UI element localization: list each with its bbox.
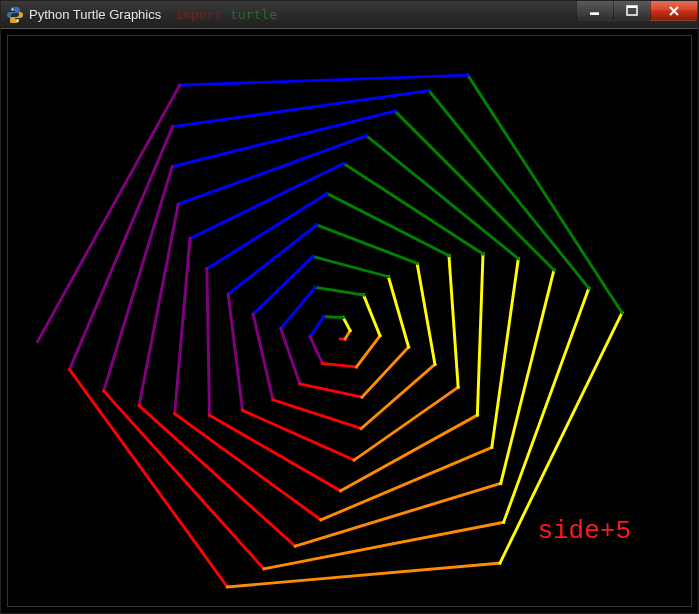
app-window: Python Turtle Graphics import turtle xyxy=(0,0,699,614)
svg-line-23 xyxy=(253,314,273,400)
svg-line-53 xyxy=(104,167,173,391)
svg-line-30 xyxy=(243,410,355,460)
close-button[interactable] xyxy=(650,1,698,21)
svg-line-46 xyxy=(178,136,366,205)
svg-line-18 xyxy=(300,384,362,397)
svg-line-13 xyxy=(356,336,380,367)
svg-line-31 xyxy=(354,387,458,460)
svg-line-26 xyxy=(417,263,435,364)
svg-line-38 xyxy=(477,254,483,415)
minimize-icon xyxy=(589,5,601,17)
svg-line-49 xyxy=(295,483,501,546)
svg-line-19 xyxy=(362,347,409,397)
svg-line-64 xyxy=(180,75,468,85)
svg-line-35 xyxy=(207,269,210,416)
svg-line-54 xyxy=(104,391,264,569)
svg-line-8 xyxy=(343,318,350,331)
svg-line-16 xyxy=(281,287,316,328)
maximize-icon xyxy=(626,5,638,17)
python-icon xyxy=(7,7,23,23)
svg-line-9 xyxy=(324,317,344,318)
svg-line-17 xyxy=(281,328,300,383)
svg-line-63 xyxy=(468,75,622,313)
close-icon xyxy=(668,5,680,17)
svg-line-11 xyxy=(310,337,322,364)
svg-line-60 xyxy=(69,370,227,587)
svg-rect-3 xyxy=(590,12,599,13)
svg-line-25 xyxy=(361,364,435,428)
svg-point-1 xyxy=(17,19,19,21)
titlebar[interactable]: Python Turtle Graphics import turtle xyxy=(1,1,698,29)
svg-line-51 xyxy=(395,111,554,270)
svg-line-41 xyxy=(175,238,190,413)
svg-line-57 xyxy=(429,91,589,288)
window-title: Python Turtle Graphics xyxy=(29,7,161,22)
annotation-text: side+5 xyxy=(537,516,631,546)
svg-line-33 xyxy=(327,194,449,256)
ghost-code: import turtle xyxy=(175,7,277,22)
svg-line-14 xyxy=(364,295,380,336)
svg-line-12 xyxy=(322,363,356,367)
svg-line-50 xyxy=(501,270,554,483)
svg-line-47 xyxy=(139,204,178,405)
svg-line-10 xyxy=(310,317,324,337)
maximize-button[interactable] xyxy=(613,1,651,21)
svg-line-45 xyxy=(366,136,518,259)
svg-point-0 xyxy=(12,8,14,10)
svg-line-37 xyxy=(341,415,478,491)
svg-line-32 xyxy=(449,256,458,388)
svg-line-20 xyxy=(388,277,408,347)
svg-line-29 xyxy=(228,294,242,410)
svg-line-24 xyxy=(273,400,361,429)
client-area: side+5 xyxy=(7,35,692,607)
svg-line-21 xyxy=(313,256,388,276)
svg-line-44 xyxy=(492,259,519,448)
svg-line-58 xyxy=(173,91,429,127)
svg-line-22 xyxy=(253,256,313,314)
svg-line-15 xyxy=(315,287,363,295)
svg-line-48 xyxy=(139,406,295,547)
minimize-button[interactable] xyxy=(576,1,614,21)
svg-rect-5 xyxy=(627,6,637,8)
turtle-canvas: side+5 xyxy=(8,36,691,606)
svg-line-28 xyxy=(228,225,317,294)
window-controls xyxy=(577,1,698,21)
